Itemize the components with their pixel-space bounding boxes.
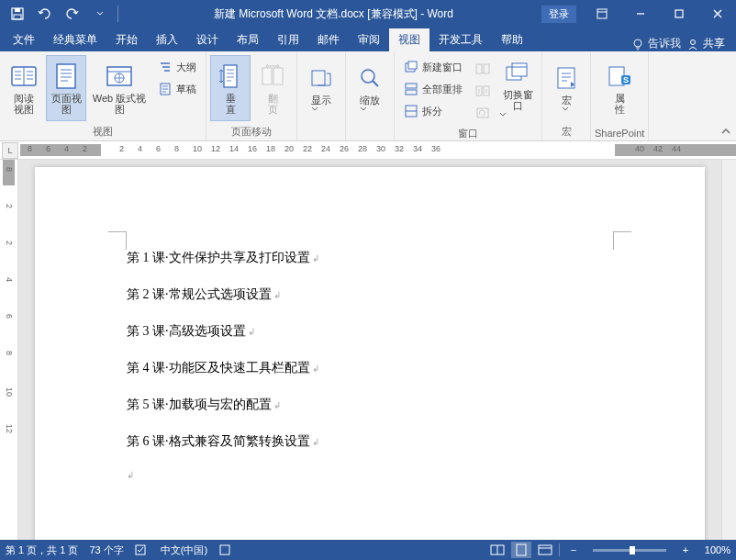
vertical-scrollbar[interactable]: [721, 160, 736, 540]
tab-help[interactable]: 帮助: [492, 28, 532, 51]
vertical-ruler[interactable]: 8224681012: [0, 160, 18, 540]
outline-button[interactable]: 大纲: [154, 57, 200, 77]
document-line[interactable]: 第 2 课·常规公式选项设置: [127, 286, 613, 303]
undo-button[interactable]: [35, 4, 55, 24]
zoom-slider[interactable]: [593, 549, 666, 552]
tab-view[interactable]: 视图: [389, 28, 429, 51]
redo-button[interactable]: [62, 4, 83, 24]
document-line[interactable]: 第 5 课·加载项与宏的配置: [127, 397, 613, 413]
web-layout-icon: [105, 62, 134, 91]
document-line[interactable]: 第 4 课·功能区及快速工具栏配置: [127, 360, 613, 376]
save-button[interactable]: [7, 4, 28, 24]
draft-icon: [158, 82, 173, 96]
lightbulb-icon: [631, 38, 644, 50]
page-status[interactable]: 第 1 页，共 1 页: [6, 543, 78, 557]
minimize-button[interactable]: [622, 0, 659, 28]
document-viewport[interactable]: 第 1 课·文件保护共享及打印设置第 2 课·常规公式选项设置第 3 课·高级选…: [18, 160, 721, 540]
document-line[interactable]: 第 3 课·高级选项设置: [127, 323, 613, 340]
svg-rect-19: [406, 84, 417, 88]
zoom-out-button[interactable]: −: [563, 542, 584, 558]
tell-me-label: 告诉我: [648, 36, 681, 51]
outline-icon: [158, 60, 173, 74]
tab-classic[interactable]: 经典菜单: [44, 28, 106, 51]
side-by-side-icon: [475, 62, 490, 75]
zoom-in-button[interactable]: +: [675, 542, 696, 558]
tab-home[interactable]: 开始: [106, 28, 147, 51]
draft-button[interactable]: 草稿: [154, 79, 200, 99]
svg-point-6: [691, 39, 696, 44]
chevron-down-icon: [360, 106, 367, 113]
document-line[interactable]: 第 6 课·格式兼容及简繁转换设置: [127, 433, 613, 450]
tab-review[interactable]: 审阅: [349, 28, 389, 51]
spellcheck-status[interactable]: [135, 543, 150, 556]
svg-rect-3: [597, 9, 607, 18]
macros-icon: [552, 63, 581, 93]
web-layout-view-button[interactable]: [535, 542, 555, 558]
switch-windows-button[interactable]: 切换窗口: [497, 55, 538, 121]
window-title: 新建 Microsoft Word 文档.docx [兼容模式] - Word: [126, 6, 541, 22]
horizontal-ruler[interactable]: L 86422468101214161820222426283032343640…: [0, 141, 736, 160]
split-button[interactable]: 拆分: [400, 101, 466, 121]
macros-label: 宏: [562, 95, 572, 106]
sync-scroll-icon: [475, 84, 490, 97]
print-layout-view-button[interactable]: [511, 542, 531, 558]
side-to-side-button: 翻 页: [252, 55, 293, 121]
tab-selector[interactable]: L: [2, 142, 18, 159]
login-button[interactable]: 登录: [541, 6, 576, 23]
share-button[interactable]: 共享: [686, 36, 725, 51]
tab-references[interactable]: 引用: [268, 28, 308, 51]
word-count[interactable]: 73 个字: [89, 543, 123, 557]
properties-label: 属 性: [615, 93, 625, 115]
tab-layout[interactable]: 布局: [228, 28, 268, 51]
read-mode-button[interactable]: 阅读 视图: [4, 55, 44, 121]
close-button[interactable]: [699, 0, 736, 28]
tab-developer[interactable]: 开发工具: [429, 28, 492, 51]
svg-rect-26: [477, 108, 488, 118]
web-layout-label: Web 版式视图: [90, 93, 149, 115]
views-group-label: 视图: [93, 123, 113, 140]
svg-rect-18: [408, 62, 417, 69]
ribbon-options-button[interactable]: [584, 0, 620, 28]
tab-file[interactable]: 文件: [4, 28, 44, 51]
language-status[interactable]: 中文(中国): [161, 543, 207, 557]
arrange-all-button[interactable]: 全部重排: [400, 79, 466, 99]
zoom-button[interactable]: 缩放: [350, 55, 390, 121]
svg-rect-36: [517, 544, 526, 555]
side-to-side-label: 翻 页: [268, 93, 278, 115]
chevron-down-icon: [311, 106, 318, 113]
print-layout-button[interactable]: 页面视图: [46, 55, 86, 121]
print-layout-icon: [51, 62, 81, 91]
zoom-icon: [355, 63, 385, 93]
tab-mailings[interactable]: 邮件: [308, 28, 349, 51]
tell-me[interactable]: 告诉我: [631, 36, 681, 51]
show-button[interactable]: 显示: [301, 55, 341, 121]
vertical-label: 垂 直: [226, 93, 236, 115]
svg-rect-34: [220, 545, 229, 554]
page: 第 1 课·文件保护共享及打印设置第 2 课·常规公式选项设置第 3 课·高级选…: [35, 167, 705, 540]
properties-button[interactable]: S 属 性: [599, 55, 640, 121]
zoom-level[interactable]: 100%: [699, 544, 730, 555]
side-to-side-icon: [258, 62, 287, 91]
qat-customize[interactable]: [90, 4, 110, 24]
accessibility-status[interactable]: [218, 543, 231, 556]
switch-windows-label: 切换窗口: [503, 89, 533, 111]
tab-insert[interactable]: 插入: [147, 28, 187, 51]
read-mode-view-button[interactable]: [487, 542, 507, 558]
macros-group-label: 宏: [562, 123, 572, 140]
split-icon: [404, 104, 418, 118]
read-mode-label: 阅读 视图: [14, 93, 34, 115]
collapse-ribbon-button[interactable]: [718, 124, 734, 139]
macros-button[interactable]: 宏: [546, 55, 586, 121]
maximize-button[interactable]: [661, 0, 697, 28]
document-line[interactable]: 第 1 课·文件保护共享及打印设置: [127, 250, 613, 266]
web-layout-button[interactable]: Web 版式视图: [88, 55, 151, 121]
vertical-icon: [216, 62, 245, 91]
reset-window-button: [472, 103, 494, 123]
svg-rect-13: [262, 68, 272, 84]
zoom-label: 缩放: [360, 95, 380, 106]
svg-rect-1: [15, 8, 20, 12]
window-group-label: 窗口: [458, 125, 478, 142]
vertical-button[interactable]: 垂 直: [210, 55, 251, 121]
new-window-button[interactable]: 新建窗口: [400, 57, 466, 77]
tab-design[interactable]: 设计: [187, 28, 228, 51]
